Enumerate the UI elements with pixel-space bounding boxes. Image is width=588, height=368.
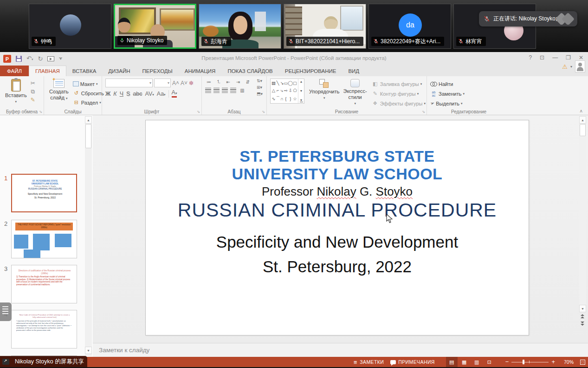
shapes-gallery-scrollbar[interactable]: ▲ ▼ ▼ [298, 79, 304, 103]
collapse-ribbon-icon[interactable]: ˄ [580, 109, 582, 114]
scroll-down-icon[interactable]: ▼ [300, 89, 303, 92]
slide-editing-area[interactable]: ST. PETERSBURG STATE UNIVERSITY LAW SCHO… [93, 115, 588, 343]
font-size-select[interactable]: ▾ [154, 79, 171, 87]
collapsed-panel-handle[interactable] [0, 302, 12, 321]
elbow-shape-icon[interactable]: ⌐ [277, 88, 279, 93]
new-slide-button[interactable]: Создать слайд ▾ [47, 79, 71, 107]
notes-placeholder[interactable]: Заметки к слайду [99, 347, 149, 354]
slide-thumbnail-4[interactable]: New Code of Criminal Procedure of 2001 (… [11, 310, 77, 348]
down-arrow-shape-icon[interactable]: ⇩ [289, 88, 292, 93]
slide-thumbnail-1[interactable]: ST. PETERSBURG STATE UNIVERSITY LAW SCHO… [11, 174, 77, 212]
bullets-icon[interactable]: ≔ [205, 79, 213, 85]
tab-animations[interactable]: АНИМАЦИЯ [179, 66, 222, 76]
align-text-icon[interactable]: ⊞▾ [257, 85, 263, 90]
right-brace-shape-icon[interactable]: } [290, 96, 291, 101]
slide-canvas[interactable]: ST. PETERSBURG STATE UNIVERSITY LAW SCHO… [145, 120, 529, 335]
help-icon[interactable]: ? [529, 54, 532, 61]
callout-shape-icon[interactable]: ⬠ [293, 88, 297, 93]
section-button[interactable]: ⊟Раздел▾ [73, 98, 104, 107]
zoom-out-button[interactable]: − [505, 360, 509, 364]
restore-icon[interactable]: ❐ [566, 54, 571, 61]
minimize-icon[interactable]: — [552, 54, 558, 61]
screen-share-banner[interactable]: Nikolay Stoyko 的屏幕共享 [0, 356, 87, 367]
line-spacing-icon[interactable]: ⇵ [244, 79, 252, 85]
bold-button[interactable]: Ж [105, 91, 110, 97]
align-center-icon[interactable] [213, 88, 220, 93]
notes-toggle-button[interactable]: ≣ЗАМЕТКИ [353, 359, 384, 365]
select-button[interactable]: ➢Выделить▾ [430, 99, 508, 108]
font-color-button[interactable]: A▾ [172, 90, 177, 98]
save-icon[interactable] [16, 56, 22, 62]
previous-slide-button[interactable] [580, 314, 585, 319]
start-slideshow-icon[interactable] [47, 56, 54, 61]
right-arrow-shape-icon[interactable]: ⇨ [284, 88, 288, 93]
shapes-gallery[interactable]: ▤ ╲ ↘ ▭ ◯ ▢ △ ⌐ ⤷ ⇨ ⇩ ⬠ ∿ [270, 79, 304, 104]
align-left-icon[interactable] [205, 88, 211, 93]
next-slide-button[interactable] [580, 322, 585, 326]
participant-tile-penghaiqing[interactable]: 彭海青 [199, 4, 281, 49]
quick-styles-button[interactable]: Экспресс-стили▾ [342, 79, 369, 107]
strikethrough-button[interactable]: abc [133, 91, 142, 97]
customize-qat-icon[interactable]: ▾ [59, 58, 62, 60]
align-right-icon[interactable] [222, 88, 228, 93]
justify-icon[interactable] [230, 88, 236, 93]
participant-tile-zhongming[interactable]: 钟鸣 [29, 4, 111, 49]
slideshow-view-button[interactable]: ⊡ [484, 357, 495, 367]
gallery-more-icon[interactable]: ▼ [300, 99, 303, 102]
scroll-up-button[interactable]: ▲ [85, 116, 92, 124]
zoom-slider-thumb[interactable] [523, 360, 524, 364]
reading-view-button[interactable]: ▥ [471, 357, 483, 367]
text-direction-icon[interactable]: ⇅▾ [257, 79, 263, 83]
thumbnails-scrollbar[interactable]: ▲ ▼ [85, 116, 92, 356]
comments-toggle-button[interactable]: ПРИМЕЧАНИЯ [390, 359, 435, 365]
ribbon-display-options-icon[interactable]: ⊡ [540, 54, 544, 61]
scroll-down-button[interactable]: ▼ [579, 305, 586, 312]
increase-indent-icon[interactable]: ⇥ [234, 79, 242, 85]
slide-thumbnail-3[interactable]: Directions of codification of the Russia… [11, 265, 77, 303]
tab-review[interactable]: РЕЦЕНЗИРОВАНИЕ [279, 66, 342, 76]
user-profile-icon[interactable] [575, 60, 585, 72]
arrange-button[interactable]: Упорядочить▾ [307, 79, 341, 101]
decrease-font-icon[interactable]: A˅ [181, 80, 187, 86]
normal-view-button[interactable]: ▤ [446, 357, 458, 367]
tab-file[interactable]: ФАЙЛ [0, 66, 29, 76]
shape-outline-button[interactable]: ✎Контур фигуры▾ [372, 89, 426, 98]
zoom-in-button[interactable]: + [551, 360, 555, 364]
shape-fill-button[interactable]: ◧Заливка фигуры▾ [372, 79, 426, 88]
tab-home[interactable]: ГЛАВНАЯ [29, 66, 66, 76]
curve-shape-icon[interactable]: ∩ [280, 96, 284, 101]
character-spacing-button[interactable]: AV▾ [145, 91, 154, 97]
font-name-select[interactable]: ▾ [105, 79, 153, 87]
tab-transitions[interactable]: ПЕРЕХОДЫ [136, 66, 179, 76]
notes-pane[interactable]: Заметки к слайду [93, 343, 588, 357]
decrease-indent-icon[interactable]: ⇤ [225, 79, 232, 85]
textbox-shape-icon[interactable]: ▤ [271, 80, 276, 85]
convert-smartart-icon[interactable]: ⬒▾ [257, 92, 263, 96]
canvas-scrollbar[interactable]: ▲ ▼ [579, 116, 586, 312]
chevron-down-icon[interactable]: ▾ [570, 65, 572, 69]
drawing-dialog-launcher-icon[interactable]: ⇘ [422, 110, 425, 114]
redo-icon[interactable]: ↻ [38, 55, 43, 63]
change-case-button[interactable]: Aa▾ [157, 91, 166, 97]
underline-button[interactable]: Ч [120, 91, 123, 97]
clipboard-dialog-launcher-icon[interactable]: ⇘ [39, 110, 42, 114]
paste-button[interactable]: Вставить▾ [3, 79, 29, 105]
elbow-arrow-shape-icon[interactable]: ⤷ [281, 88, 283, 93]
arc-shape-icon[interactable]: ⌒ [276, 96, 280, 102]
undo-icon[interactable]: ↶▾ [26, 54, 33, 63]
activation-warning-icon[interactable]: ⚠ [562, 63, 568, 70]
columns-icon[interactable]: ▥ [239, 87, 246, 93]
rounded-rectangle-shape-icon[interactable]: ▢ [293, 80, 297, 85]
scroll-down-button[interactable]: ▼ [85, 347, 92, 354]
rectangle-shape-icon[interactable]: ▭ [284, 80, 288, 85]
fit-slide-to-window-icon[interactable] [580, 360, 585, 365]
participant-tile-saida[interactable]: da 3820222049+赛达+Ari... [368, 4, 451, 49]
star-shape-icon[interactable]: ☆ [293, 96, 297, 101]
find-button[interactable]: Найти [430, 79, 508, 88]
participant-tile-bit-hiero[interactable]: BIT+3820221041+Hiero... [284, 4, 366, 49]
close-icon[interactable]: ✕ [579, 54, 583, 61]
replace-button[interactable]: abacЗаменить▾ [430, 89, 508, 98]
cut-icon[interactable]: ✂ [31, 80, 35, 86]
paragraph-dialog-launcher-icon[interactable]: ⇘ [262, 110, 265, 114]
scroll-up-icon[interactable]: ▲ [300, 80, 303, 83]
